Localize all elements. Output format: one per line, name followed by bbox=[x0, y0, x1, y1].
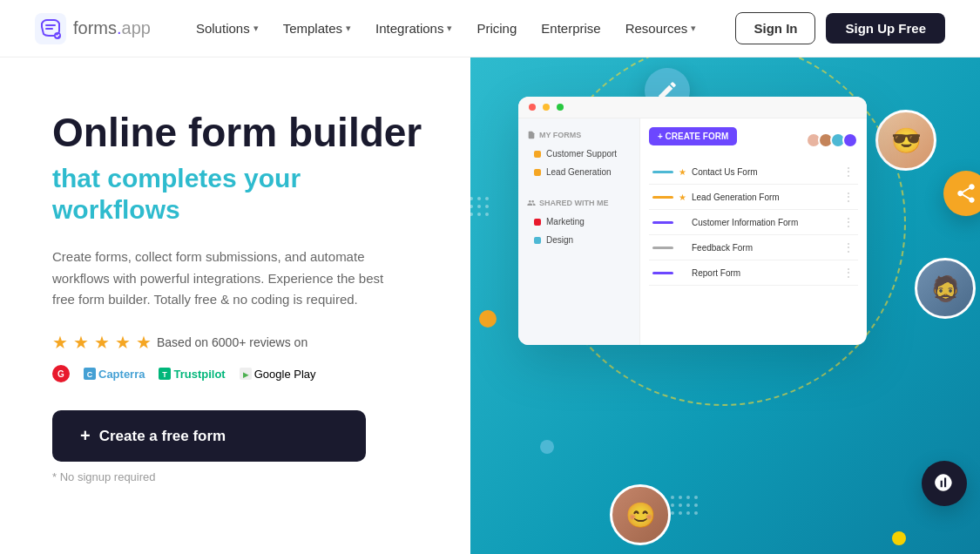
color-dot bbox=[534, 237, 541, 244]
capterra-label: Capterra bbox=[98, 368, 145, 381]
star-icon-1: ★ bbox=[679, 167, 686, 177]
accent-dot-yellow bbox=[892, 531, 906, 545]
create-form-label: Create a free form bbox=[99, 428, 226, 445]
capterra-badge: C Capterra bbox=[84, 368, 145, 381]
reviews-text: Based on 6000+ reviews on bbox=[157, 335, 308, 349]
dots-pattern-bottom bbox=[671, 496, 698, 519]
form-name-4: Feedback Form bbox=[692, 243, 753, 253]
color-dot bbox=[534, 151, 541, 158]
chevron-down-icon: ▾ bbox=[253, 23, 259, 34]
sidebar-marketing[interactable]: Marketing bbox=[527, 213, 631, 231]
my-forms-label: MY FORMS bbox=[527, 131, 631, 139]
mockup-body: MY FORMS Customer Support Lead Generatio… bbox=[518, 118, 867, 345]
avatar-bottom-face: 😊 bbox=[612, 487, 668, 543]
trust-badges: G C Capterra T Trustpilot ▶ Google Play bbox=[52, 365, 436, 382]
sidebar-design[interactable]: Design bbox=[527, 231, 631, 249]
window-close-dot bbox=[529, 104, 536, 111]
more-menu-1[interactable]: ⋮ bbox=[842, 165, 855, 179]
sidebar-customer-support[interactable]: Customer Support bbox=[527, 145, 631, 163]
star-icon-2: ★ bbox=[679, 193, 686, 202]
my-forms-section: MY FORMS Customer Support Lead Generatio… bbox=[518, 127, 639, 185]
form-bar-2 bbox=[652, 196, 673, 199]
capterra-icon: C bbox=[84, 368, 96, 380]
signin-button[interactable]: Sign In bbox=[735, 12, 815, 44]
form-name-3: Customer Information Form bbox=[692, 218, 798, 227]
star-icon-4: ★ bbox=[679, 243, 686, 253]
visual-section: 😎 👋 🧔 😊 bbox=[470, 57, 980, 554]
main-content: Online form builder that completes your … bbox=[0, 57, 980, 554]
user-avatars bbox=[809, 132, 858, 148]
mini-avatar-4 bbox=[842, 132, 858, 148]
nav-templates[interactable]: Templates ▾ bbox=[273, 14, 362, 43]
form-name-1: Contact Us Form bbox=[692, 167, 758, 177]
sidebar-lead-generation[interactable]: Lead Generation bbox=[527, 163, 631, 181]
chevron-down-icon: ▾ bbox=[346, 23, 351, 34]
share-icon-float bbox=[943, 171, 980, 216]
gplay-label: Google Play bbox=[254, 368, 316, 381]
form-bar-4 bbox=[652, 247, 673, 249]
form-item-5: ★ Report Form ⋮ bbox=[649, 260, 858, 286]
form-item-1-left: ★ Contact Us Form bbox=[652, 167, 758, 177]
nav-links: Solutions ▾ Templates ▾ Integrations ▾ P… bbox=[186, 14, 736, 43]
hero-title: Online form builder bbox=[52, 110, 436, 156]
mockup-header bbox=[518, 97, 867, 118]
avatar-bottom: 😊 bbox=[610, 484, 671, 545]
avatar-right: 🧔 bbox=[915, 258, 976, 319]
star-3: ★ bbox=[94, 332, 110, 353]
signup-button[interactable]: Sign Up Free bbox=[826, 13, 945, 44]
form-item-2: ★ Lead Generation Form ⋮ bbox=[649, 185, 858, 210]
form-item-4: ★ Feedback Form ⋮ bbox=[649, 235, 858, 260]
nav-integrations[interactable]: Integrations ▾ bbox=[365, 14, 463, 43]
more-menu-3[interactable]: ⋮ bbox=[842, 215, 855, 229]
form-name-5: Report Form bbox=[692, 268, 740, 278]
nav-actions: Sign In Sign Up Free bbox=[735, 12, 945, 44]
accent-dot-blue bbox=[540, 440, 554, 454]
trustpilot-icon: T bbox=[159, 368, 171, 380]
avatar-top-face: 😎 bbox=[878, 112, 934, 168]
trustpilot-badge: T Trustpilot bbox=[159, 368, 225, 381]
create-form-mockup-btn[interactable]: + CREATE FORM bbox=[649, 127, 737, 145]
color-dot bbox=[534, 169, 541, 176]
star-icon-5: ★ bbox=[679, 268, 686, 278]
avatar-right-face: 🧔 bbox=[917, 260, 973, 316]
more-menu-2[interactable]: ⋮ bbox=[842, 190, 855, 204]
svg-text:T: T bbox=[163, 370, 168, 379]
gplay-badge: ▶ Google Play bbox=[240, 368, 316, 381]
create-form-button[interactable]: + Create a free form bbox=[52, 410, 366, 462]
logo-text: forms.app bbox=[73, 18, 151, 38]
shared-with-me-section: SHARED WITH ME Marketing Design bbox=[518, 195, 639, 253]
form-item-4-left: ★ Feedback Form bbox=[652, 243, 753, 253]
star-rating: ★ ★ ★ ★ ★ Based on 6000+ reviews on bbox=[52, 332, 436, 353]
form-bar-3 bbox=[652, 221, 673, 224]
gplay-icon: ▶ bbox=[240, 368, 252, 380]
hero-description: Create forms, collect form submissions, … bbox=[52, 247, 392, 311]
star-icon-3: ★ bbox=[679, 218, 686, 227]
form-bar-1 bbox=[652, 171, 673, 173]
hero-section: Online form builder that completes your … bbox=[0, 57, 470, 554]
shared-with-me-label: SHARED WITH ME bbox=[527, 199, 631, 207]
svg-text:▶: ▶ bbox=[243, 371, 249, 379]
form-item-3-left: ★ Customer Information Form bbox=[652, 218, 798, 227]
mockup-sidebar: MY FORMS Customer Support Lead Generatio… bbox=[518, 118, 640, 345]
more-menu-4[interactable]: ⋮ bbox=[842, 240, 855, 254]
window-minimize-dot bbox=[543, 104, 550, 111]
nav-pricing[interactable]: Pricing bbox=[466, 14, 527, 43]
color-dot bbox=[534, 219, 541, 226]
hero-subtitle: that completes your workflows bbox=[52, 163, 436, 226]
no-signup-text: * No signup required bbox=[52, 470, 436, 483]
g2-badge: G bbox=[52, 365, 70, 382]
form-item-2-left: ★ Lead Generation Form bbox=[652, 193, 780, 202]
more-menu-5[interactable]: ⋮ bbox=[842, 266, 855, 280]
star-2: ★ bbox=[73, 332, 89, 353]
nav-enterprise[interactable]: Enterprise bbox=[531, 14, 611, 43]
nav-resources[interactable]: Resources ▾ bbox=[615, 14, 707, 43]
logo[interactable]: forms.app bbox=[35, 13, 151, 44]
form-item-5-left: ★ Report Form bbox=[652, 268, 740, 278]
nav-solutions[interactable]: Solutions ▾ bbox=[186, 14, 269, 43]
trustpilot-label: Trustpilot bbox=[173, 368, 225, 381]
form-item-1: ★ Contact Us Form ⋮ bbox=[649, 159, 858, 185]
window-maximize-dot bbox=[557, 104, 564, 111]
chevron-down-icon: ▾ bbox=[447, 23, 452, 34]
mockup-main-content: + CREATE FORM ★ Contact bbox=[640, 118, 867, 345]
dots-pattern-top bbox=[470, 197, 489, 220]
